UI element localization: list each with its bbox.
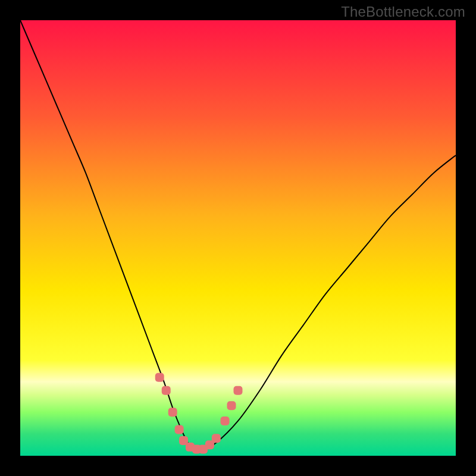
- plot-area: [20, 20, 456, 456]
- bottleneck-curve: [20, 20, 456, 450]
- data-point-marker: [212, 434, 221, 443]
- watermark-text: TheBottleneck.com: [341, 4, 465, 20]
- data-point-marker: [234, 386, 243, 395]
- data-point-marker: [221, 416, 230, 425]
- chart-frame: TheBottleneck.com: [0, 0, 476, 476]
- data-point-marker: [162, 386, 171, 395]
- chart-svg: [20, 20, 456, 456]
- data-point-marker: [175, 425, 184, 434]
- data-point-marker: [155, 373, 164, 382]
- data-point-marker: [168, 408, 177, 416]
- data-point-marker: [227, 401, 236, 410]
